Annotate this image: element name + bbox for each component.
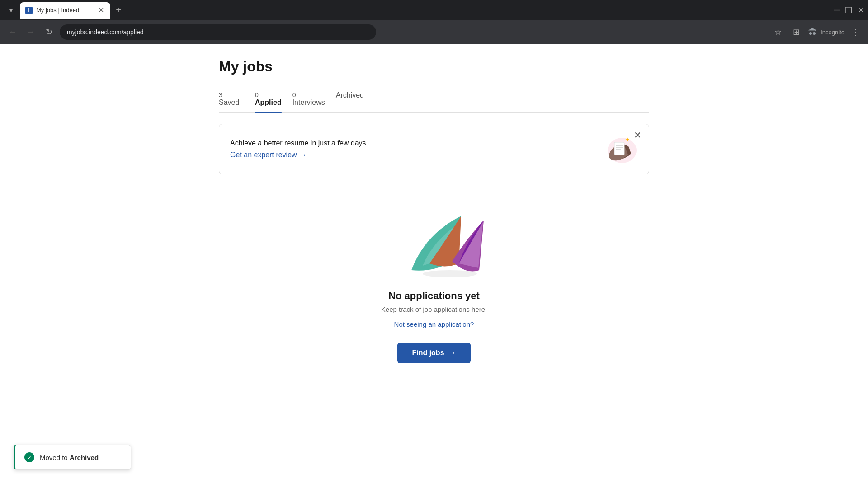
expert-review-link[interactable]: Get an expert review → [230, 151, 366, 159]
browser-chrome: ▾ i My jobs | Indeed ✕ + ─ ❐ ✕ [0, 0, 868, 20]
svg-rect-3 [614, 142, 624, 155]
back-button[interactable]: ← [5, 25, 20, 39]
tab-interviews[interactable]: 0 Interviews [292, 88, 336, 112]
svg-text:✦: ✦ [625, 136, 630, 143]
tab-title: My jobs | Indeed [36, 7, 93, 14]
address-bar[interactable]: myjobs.indeed.com/applied [60, 24, 376, 40]
svg-point-0 [809, 32, 812, 35]
new-tab-button[interactable]: + [112, 4, 125, 17]
svg-point-8 [423, 270, 477, 277]
not-seeing-application-link[interactable]: Not seeing an application? [394, 320, 474, 328]
find-jobs-button[interactable]: Find jobs → [397, 343, 470, 363]
banner-close-button[interactable]: ✕ [634, 130, 642, 141]
tab-list-arrow[interactable]: ▾ [4, 3, 18, 18]
empty-state-title: No applications yet [388, 290, 480, 302]
toast-notification: ✓ Moved to Archived [14, 445, 131, 470]
restore-button[interactable]: ❐ [845, 5, 852, 15]
banner-content: Achieve a better resume in just a few da… [230, 139, 366, 159]
nav-bar: ← → ↻ myjobs.indeed.com/applied ☆ ⊞ Inco… [0, 20, 868, 44]
forward-button[interactable]: → [24, 25, 38, 39]
browser-tab-indeed[interactable]: i My jobs | Indeed ✕ [20, 2, 110, 19]
incognito-icon [807, 27, 818, 38]
address-text: myjobs.indeed.com/applied [67, 28, 144, 36]
find-jobs-arrow: → [449, 349, 456, 357]
tab-bar: ▾ i My jobs | Indeed ✕ + [4, 0, 830, 20]
resume-review-banner: Achieve a better resume in just a few da… [219, 124, 649, 174]
toast-check-icon: ✓ [24, 452, 34, 462]
incognito-indicator: Incognito [807, 27, 844, 38]
tab-favicon: i [25, 7, 33, 14]
menu-button[interactable]: ⋮ [848, 25, 863, 39]
tab-applied[interactable]: 0 Applied [255, 88, 292, 112]
tab-applied-count: 0 [255, 91, 259, 99]
find-jobs-label: Find jobs [412, 349, 444, 357]
tab-archived[interactable]: Archived [336, 88, 375, 112]
tab-interviews-count: 0 [292, 91, 296, 99]
svg-point-1 [813, 32, 816, 35]
tab-saved[interactable]: 3 Saved [219, 88, 255, 112]
expert-review-link-text: Get an expert review [230, 151, 297, 159]
tab-close-button[interactable]: ✕ [97, 6, 105, 14]
minimize-button[interactable]: ─ [834, 5, 840, 15]
tab-saved-count: 3 [219, 91, 222, 99]
incognito-label: Incognito [821, 29, 844, 36]
toast-text-bold: Archived [70, 454, 99, 461]
content-area: My jobs 3 Saved 0 Applied 0 Interviews A… [208, 44, 660, 396]
page: My jobs 3 Saved 0 Applied 0 Interviews A… [0, 44, 868, 488]
tab-archived-label: Archived [336, 91, 364, 99]
page-title: My jobs [219, 58, 649, 75]
banner-illustration: ✦ [597, 133, 638, 165]
nav-actions: ☆ ⊞ Incognito ⋮ [771, 25, 863, 39]
banner-title: Achieve a better resume in just a few da… [230, 139, 366, 147]
paper-plane-illustration [371, 198, 497, 279]
bookmark-button[interactable]: ☆ [771, 25, 785, 39]
tab-applied-label: Applied [255, 99, 282, 107]
toast-message: Moved to Archived [40, 454, 99, 461]
tab-interviews-label: Interviews [292, 99, 325, 107]
extensions-button[interactable]: ⊞ [789, 25, 803, 39]
window-controls: ─ ❐ ✕ [834, 5, 864, 15]
toast-text-before: Moved to [40, 454, 70, 461]
reload-button[interactable]: ↻ [42, 25, 56, 39]
tabs-container: 3 Saved 0 Applied 0 Interviews Archived [219, 88, 649, 113]
tab-saved-label: Saved [219, 99, 239, 107]
empty-state-subtitle: Keep track of job applications here. [381, 305, 487, 313]
hands-illustration: ✦ [597, 133, 638, 165]
close-window-button[interactable]: ✕ [858, 5, 864, 15]
arrow-icon: → [300, 151, 307, 159]
empty-state: No applications yet Keep track of job ap… [219, 189, 649, 381]
